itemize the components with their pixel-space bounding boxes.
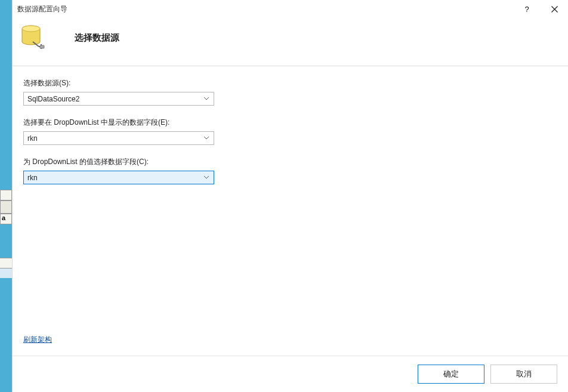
- valuefield-combo[interactable]: rkn: [23, 171, 214, 184]
- close-button[interactable]: [541, 0, 568, 18]
- svg-point-3: [22, 26, 40, 32]
- datasource-value: SqlDataSource2: [27, 95, 202, 103]
- cancel-button-label: 取消: [516, 369, 532, 379]
- window-title: 数据源配置向导: [17, 4, 67, 14]
- valuefield-field-group: 为 DropDownList 的值选择数据字段(C): rkn: [23, 157, 557, 184]
- wizard-heading: 选择数据源: [75, 32, 119, 44]
- refresh-schema-link[interactable]: 刷新架构: [23, 335, 52, 345]
- displayfield-label: 选择要在 DropDownList 中显示的数据字段(E):: [23, 118, 557, 128]
- bg-stripe: [0, 268, 12, 278]
- close-icon: [551, 6, 558, 13]
- datasource-field-group: 选择数据源(S): SqlDataSource2: [23, 78, 557, 106]
- chevron-down-icon: [202, 132, 211, 144]
- displayfield-value: rkn: [27, 134, 202, 143]
- valuefield-label: 为 DropDownList 的值选择数据字段(C):: [23, 157, 557, 167]
- help-icon: ?: [524, 5, 529, 14]
- bg-stripe: [0, 200, 12, 214]
- valuefield-value: rkn: [27, 174, 202, 182]
- database-icon: [21, 24, 45, 51]
- wizard-content: 选择数据源(S): SqlDataSource2 选择要在 DropDownLi…: [13, 66, 568, 356]
- svg-rect-4: [40, 45, 44, 48]
- chevron-down-icon: [202, 92, 211, 105]
- wizard-dialog: 数据源配置向导 ? 选择数据源 选择数据源(S): SqlDataSource2: [12, 0, 568, 392]
- ok-button-label: 确定: [443, 369, 459, 379]
- displayfield-field-group: 选择要在 DropDownList 中显示的数据字段(E): rkn: [23, 118, 557, 145]
- ok-button[interactable]: 确定: [418, 365, 484, 384]
- bg-stripe: [0, 258, 12, 268]
- help-button[interactable]: ?: [513, 0, 541, 18]
- datasource-label: 选择数据源(S):: [23, 78, 557, 88]
- chevron-down-icon: [202, 171, 211, 184]
- wizard-footer: 确定 取消: [13, 356, 568, 392]
- background-panel: a: [0, 0, 12, 392]
- bg-stripe: a: [0, 214, 12, 224]
- datasource-combo[interactable]: SqlDataSource2: [23, 92, 214, 106]
- bg-stripe: [0, 190, 12, 200]
- title-bar: 数据源配置向导 ?: [13, 0, 568, 18]
- cancel-button[interactable]: 取消: [490, 365, 557, 384]
- wizard-header: 选择数据源: [13, 18, 568, 66]
- displayfield-combo[interactable]: rkn: [23, 131, 214, 145]
